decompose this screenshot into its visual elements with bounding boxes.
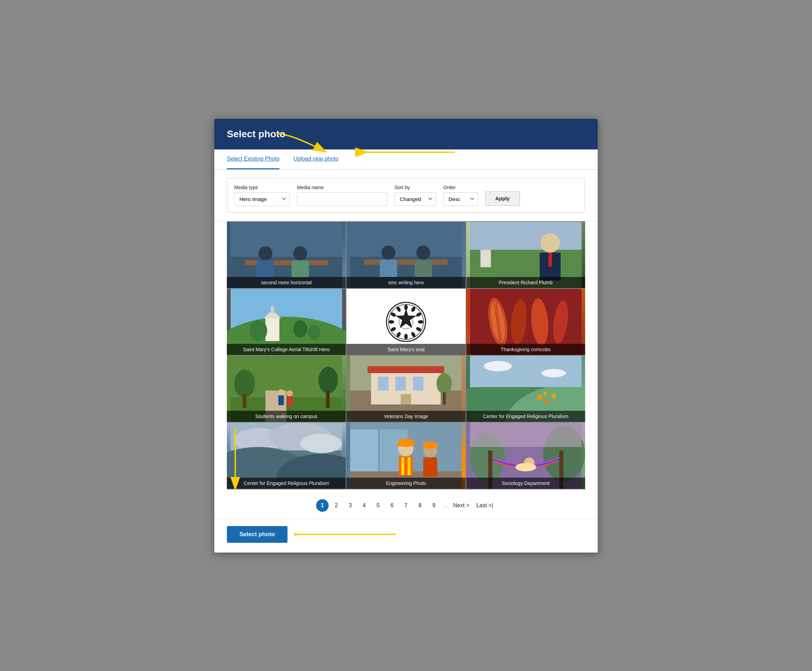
next-button[interactable]: Next > (450, 501, 472, 510)
seal-svg (385, 301, 427, 343)
modal-tabs: Select Existing Photo Upload new photo (214, 150, 598, 170)
svg-rect-77 (443, 392, 446, 404)
media-item-5[interactable]: Thanksgiving corncobs (466, 289, 585, 355)
media-item-3[interactable]: Saint Mary's College Aerial Tiltshift He… (227, 289, 346, 355)
svg-rect-101 (397, 443, 415, 446)
svg-rect-61 (243, 394, 246, 408)
svg-point-66 (287, 390, 293, 397)
svg-point-82 (544, 399, 549, 403)
media-item-7[interactable]: Veterans Day Image (346, 356, 465, 422)
svg-rect-103 (401, 457, 404, 475)
apply-button[interactable]: Apply (485, 191, 520, 206)
svg-point-30 (250, 320, 267, 341)
page-btn-1[interactable]: 1 (316, 499, 329, 512)
svg-point-32 (308, 325, 321, 340)
page-btn-8[interactable]: 8 (414, 499, 426, 512)
order-label: Order (443, 185, 478, 190)
svg-point-83 (551, 393, 556, 398)
page-btn-5[interactable]: 5 (372, 499, 384, 512)
page-btn-2[interactable]: 2 (330, 499, 343, 512)
svg-rect-27 (266, 317, 280, 341)
svg-rect-21 (470, 222, 581, 250)
sort-by-label: Sort by (394, 185, 436, 190)
media-item-4[interactable]: Saint Mary's seal (346, 289, 465, 355)
svg-point-87 (541, 369, 566, 377)
svg-point-15 (416, 245, 430, 260)
svg-point-81 (537, 395, 542, 400)
page-btn-4[interactable]: 4 (358, 499, 370, 512)
sort-by-select[interactable]: Changed (394, 192, 436, 206)
svg-rect-9 (292, 260, 309, 278)
media-item-1[interactable]: smc writing hero (346, 222, 465, 288)
svg-rect-71 (368, 366, 444, 373)
svg-rect-16 (415, 260, 432, 277)
last-button[interactable]: Last >| (474, 501, 496, 510)
svg-point-92 (300, 434, 342, 453)
media-type-label: Media type (234, 185, 290, 190)
pagination: 1 2 3 4 5 6 7 8 9 ... Next > Last >| (214, 489, 598, 519)
svg-rect-74 (413, 376, 423, 390)
svg-rect-75 (401, 394, 411, 404)
media-item-label-10: Engineering Photo (346, 478, 465, 489)
modal-header: Select photo (214, 119, 598, 150)
svg-point-76 (437, 373, 452, 394)
tab-upload-new[interactable]: Upload new photo (293, 150, 338, 169)
media-item-8[interactable]: Center for Engaged Religious Pluralism (466, 356, 585, 422)
media-item-6[interactable]: Students walking on campus (227, 356, 346, 422)
media-item-label-1: smc writing hero (346, 277, 465, 288)
tab-select-existing[interactable]: Select Existing Photo (227, 150, 280, 169)
svg-rect-65 (278, 395, 284, 405)
media-type-select[interactable]: Hero Image (234, 192, 290, 206)
svg-point-13 (382, 245, 396, 260)
page-btn-3[interactable]: 3 (344, 499, 357, 512)
media-item-label-8: Center for Engaged Religious Pluralism (466, 411, 585, 422)
page-btn-7[interactable]: 7 (400, 499, 412, 512)
filter-bar: Media type Hero Image Media name Sort by… (214, 170, 598, 221)
svg-point-107 (423, 442, 438, 449)
svg-point-113 (515, 463, 536, 472)
page-btn-9[interactable]: 9 (428, 499, 440, 512)
svg-rect-7 (257, 260, 274, 278)
svg-point-8 (293, 246, 307, 260)
svg-rect-111 (470, 422, 581, 447)
svg-rect-72 (378, 376, 389, 390)
filter-group-media-name: Media name (297, 185, 387, 206)
media-item-0[interactable]: second more horizontal (227, 222, 346, 288)
svg-point-40 (418, 320, 423, 324)
media-item-10[interactable]: Engineering Photo (346, 422, 465, 489)
svg-rect-102 (399, 456, 413, 475)
media-item-label-0: second more horizontal (227, 277, 346, 288)
modal-title: Select photo (227, 129, 585, 140)
svg-point-60 (234, 370, 255, 397)
media-name-label: Media name (297, 185, 387, 190)
svg-point-43 (404, 334, 408, 339)
select-photo-modal: Select photo Select Existing Photo Uploa… (214, 119, 598, 553)
svg-rect-12 (364, 260, 448, 265)
svg-point-64 (278, 389, 284, 395)
svg-point-62 (319, 367, 338, 393)
svg-point-31 (293, 320, 307, 337)
arrow-to-btn (295, 528, 399, 542)
pagination-dots: ... (442, 502, 449, 509)
media-item-label-9: Center for Engaged Religious Pluralism (227, 478, 346, 489)
media-item-label-3: Saint Mary's College Aerial Tiltshift He… (227, 344, 346, 355)
order-select[interactable]: Desc (443, 192, 478, 206)
media-item-9[interactable]: Center for Engaged Religious Pluralism (227, 422, 346, 489)
media-item-label-11: Sociology Department (466, 478, 585, 489)
filter-group-media-type: Media type Hero Image (234, 185, 290, 206)
media-item-label-2: President Richard Plumb (466, 277, 585, 288)
svg-point-86 (484, 361, 512, 371)
page-btn-6[interactable]: 6 (386, 499, 398, 512)
modal-body: Media type Hero Image Media name Sort by… (214, 170, 598, 519)
media-name-input[interactable] (297, 192, 387, 206)
svg-rect-24 (548, 252, 552, 267)
select-photo-button[interactable]: Select photo (227, 526, 288, 543)
media-item-2[interactable]: President Richard Plumb (466, 222, 585, 288)
filter-bar-inner: Media type Hero Image Media name Sort by… (227, 178, 585, 213)
media-item-label-4: Saint Mary's seal (346, 344, 465, 355)
media-grid: second more horizontal smc writing hero (227, 221, 585, 489)
media-item-11[interactable]: Sociology Department (466, 422, 585, 489)
svg-rect-104 (408, 457, 411, 475)
filter-group-sort-by: Sort by Changed (394, 185, 436, 206)
svg-rect-73 (396, 376, 406, 390)
